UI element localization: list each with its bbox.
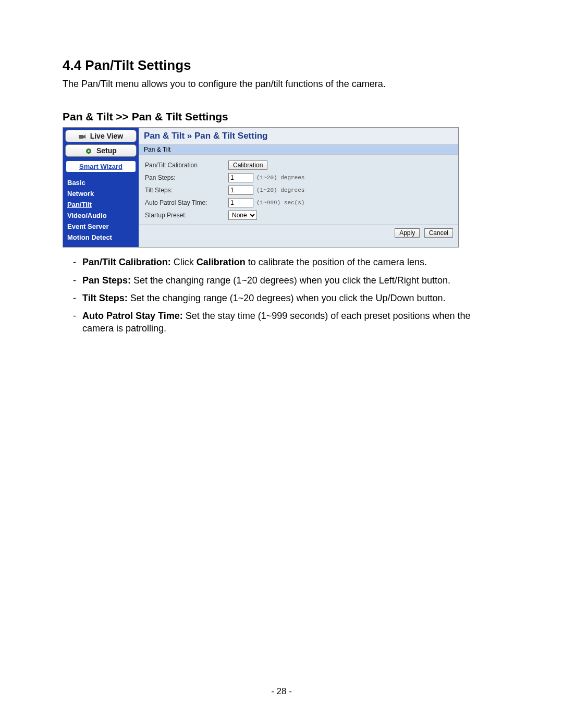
- calibration-button[interactable]: Calibration: [228, 161, 267, 170]
- sidebar: Live View Setup Smart Wizard Basic Netwo…: [63, 128, 139, 247]
- def-term: Tilt Steps:: [82, 293, 130, 303]
- auto-patrol-label: Auto Patrol Stay Time:: [145, 199, 228, 206]
- tilt-steps-hint: (1~20) degrees: [256, 187, 304, 193]
- def-term: Auto Patrol Stay Time:: [82, 311, 186, 321]
- sidebar-item-video-audio[interactable]: Video/Audio: [67, 210, 134, 221]
- live-view-label: Live View: [90, 132, 124, 140]
- pan-steps-hint: (1~20) degrees: [256, 175, 304, 181]
- settings-panel: Live View Setup Smart Wizard Basic Netwo…: [63, 127, 459, 248]
- calibration-label: Pan/Tilt Calibration: [145, 162, 228, 169]
- nav-list: Basic Network Pan/Tilt Video/Audio Event…: [65, 177, 137, 243]
- section-title: 4.4 Pan/Tilt Settings: [63, 57, 500, 73]
- definitions-list: Pan/Tilt Calibration: Click Calibration …: [63, 256, 500, 335]
- intro-text: The Pan/Tilt menu allows you to configur…: [63, 79, 500, 90]
- sidebar-item-basic[interactable]: Basic: [67, 177, 134, 188]
- smart-wizard-link[interactable]: Smart Wizard: [66, 161, 136, 172]
- row-pan-steps: Pan Steps: (1~20) degrees: [145, 171, 452, 184]
- def-term: Pan/Tilt Calibration:: [82, 257, 174, 267]
- startup-preset-select[interactable]: None: [228, 211, 257, 220]
- def-text: Set the changing range (1~20 degrees) wh…: [133, 275, 450, 286]
- row-calibration: Pan/Tilt Calibration Calibration: [145, 159, 452, 171]
- def-tilt-steps: Tilt Steps: Set the changing range (1~20…: [73, 292, 500, 304]
- sidebar-item-motion-detect[interactable]: Motion Detect: [67, 232, 134, 243]
- section-band: Pan & Tilt: [139, 145, 458, 155]
- def-text-pre: Click: [174, 257, 197, 267]
- page-number: - 28 -: [0, 686, 563, 697]
- content-area: Pan & Tilt » Pan & Tilt Setting Pan & Ti…: [139, 128, 458, 247]
- camera-icon: [79, 133, 86, 140]
- auto-patrol-hint: (1~999) sec(s): [256, 200, 304, 206]
- action-bar: Apply Cancel: [139, 225, 458, 240]
- apply-button[interactable]: Apply: [395, 228, 420, 238]
- def-text: Set the changing range (1~20 degrees) wh…: [130, 293, 446, 303]
- def-pan-steps: Pan Steps: Set the changing range (1~20 …: [73, 274, 500, 287]
- row-auto-patrol: Auto Patrol Stay Time: (1~999) sec(s): [145, 196, 452, 209]
- def-term: Pan Steps:: [82, 275, 133, 286]
- def-text-post: to calibrate the position of the camera …: [246, 257, 427, 267]
- row-tilt-steps: Tilt Steps: (1~20) degrees: [145, 184, 452, 196]
- def-text-bold: Calibration: [197, 257, 246, 267]
- def-auto-patrol: Auto Patrol Stay Time: Set the stay time…: [73, 310, 500, 335]
- setup-label: Setup: [96, 146, 117, 155]
- live-view-tab[interactable]: Live View: [65, 130, 137, 142]
- form-area: Pan/Tilt Calibration Calibration Pan Ste…: [139, 155, 458, 225]
- sidebar-item-network[interactable]: Network: [67, 188, 134, 199]
- sidebar-item-event-server[interactable]: Event Server: [67, 221, 134, 232]
- pan-steps-label: Pan Steps:: [145, 174, 228, 181]
- startup-preset-label: Startup Preset:: [145, 212, 228, 219]
- breadcrumb: Pan & Tilt » Pan & Tilt Setting: [139, 128, 458, 145]
- sidebar-item-pan-tilt[interactable]: Pan/Tilt: [67, 199, 134, 210]
- setup-tab[interactable]: Setup: [65, 144, 137, 157]
- gear-icon: [85, 147, 92, 155]
- subheading: Pan & Tilt >> Pan & Tilt Settings: [63, 110, 500, 123]
- auto-patrol-input[interactable]: [228, 198, 253, 207]
- cancel-button[interactable]: Cancel: [424, 228, 453, 238]
- svg-point-3: [88, 150, 90, 152]
- svg-rect-0: [79, 135, 83, 139]
- tilt-steps-label: Tilt Steps:: [145, 187, 228, 194]
- svg-marker-1: [83, 134, 85, 139]
- pan-steps-input[interactable]: [228, 173, 253, 182]
- def-calibration: Pan/Tilt Calibration: Click Calibration …: [73, 256, 500, 268]
- row-startup-preset: Startup Preset: None: [145, 209, 452, 221]
- tilt-steps-input[interactable]: [228, 186, 253, 195]
